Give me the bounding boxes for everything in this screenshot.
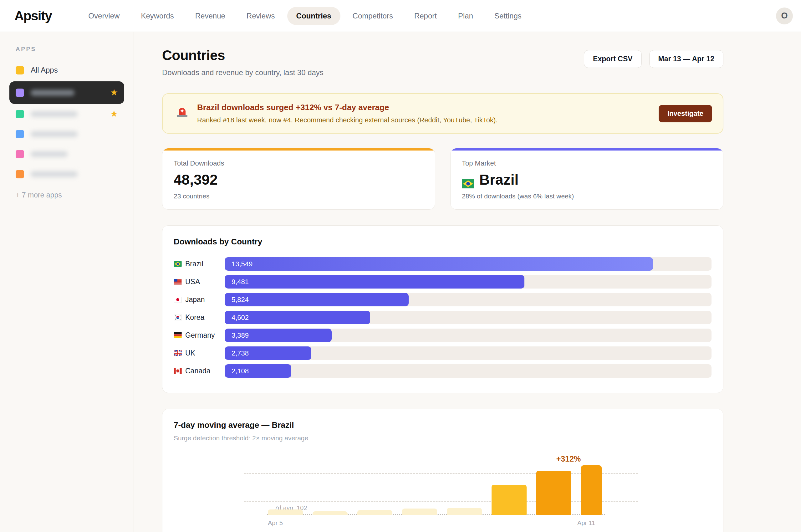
main-content: Countries Downloads and revenue by count…: [134, 32, 801, 532]
sidebar-item-all-apps[interactable]: All Apps: [9, 61, 124, 79]
bar-track: 2,738: [225, 346, 711, 360]
investigate-button[interactable]: Investigate: [659, 105, 712, 122]
sidebar: APPS All Apps ★★ + 7 more apps: [0, 32, 134, 532]
app-color-swatch: [16, 150, 24, 158]
country-row-japan: Japan5,824: [174, 293, 711, 306]
country-label: Brazil: [174, 260, 225, 268]
nav-item-plan[interactable]: Plan: [449, 7, 482, 25]
brand-logo: Apsity: [14, 8, 52, 23]
country-row-canada: Canada2,108: [174, 364, 711, 378]
more-apps-link[interactable]: + 7 more apps: [16, 191, 134, 200]
app-name-redacted: [31, 90, 74, 96]
ma-bar-1-base: [268, 510, 303, 515]
flag-br-icon: [174, 261, 182, 267]
stat-value: 48,392: [174, 171, 424, 188]
flag-jp-icon: [174, 297, 182, 303]
all-apps-color-swatch: [16, 66, 24, 75]
app-name-redacted: [31, 131, 78, 137]
sidebar-item-app-1-redacted[interactable]: ★: [9, 81, 124, 104]
stat-label: Top Market: [462, 159, 712, 167]
nav-item-competitors[interactable]: Competitors: [344, 7, 402, 25]
nav-item-settings[interactable]: Settings: [485, 7, 531, 25]
all-apps-label: All Apps: [31, 66, 58, 75]
sidebar-item-app-4-redacted[interactable]: [9, 145, 124, 163]
stat-value: Brazil: [462, 171, 712, 188]
bar-value-label: 2,108: [225, 367, 249, 375]
nav-item-countries[interactable]: Countries: [287, 7, 340, 25]
nav-item-report[interactable]: Report: [405, 7, 446, 25]
country-row-germany: Germany3,389: [174, 328, 711, 342]
stat-accent-bar: [451, 148, 723, 151]
stat-card-top-market: Top Market Brazil 28% of downloads (was …: [450, 148, 723, 210]
moving-average-chart: 7d avg: 102 +312% Apr 5 Apr 11: [174, 454, 711, 531]
chart-subtitle: Surge detection threshold: 2× moving ave…: [174, 434, 711, 442]
bar-track: 2,108: [225, 364, 711, 378]
country-row-uk: UK2,738: [174, 346, 711, 360]
surge-alert-banner: Brazil downloads surged +312% vs 7-day a…: [162, 93, 723, 134]
flag-us-icon: [174, 279, 182, 285]
alert-title: Brazil downloads surged +312% vs 7-day a…: [197, 103, 497, 112]
stat-label: Total Downloads: [174, 159, 424, 167]
page-title: Countries: [162, 48, 324, 63]
app-list: All Apps ★★: [0, 61, 134, 183]
gridline-upper: [244, 473, 638, 474]
ma-bar-2-base: [312, 511, 348, 515]
flag-br-icon: [462, 175, 474, 184]
downloads-by-country-card: Downloads by Country Brazil13,549USA9,48…: [162, 225, 723, 393]
bar-value-label: 9,481: [225, 278, 249, 286]
nav-item-overview[interactable]: Overview: [79, 7, 129, 25]
x-axis-label-left: Apr 5: [268, 519, 283, 527]
gridline-threshold: [244, 501, 638, 502]
country-row-usa: USA9,481: [174, 275, 711, 288]
page-header: Countries Downloads and revenue by count…: [162, 48, 723, 77]
moving-average-card: 7-day moving average — Brazil Surge dete…: [162, 409, 723, 532]
sidebar-item-app-5-redacted[interactable]: [9, 165, 124, 183]
x-axis-label-right: Apr 11: [577, 519, 595, 527]
header-actions: Export CSV Mar 13 — Apr 12: [584, 48, 723, 68]
country-label: USA: [174, 278, 225, 286]
date-range-button[interactable]: Mar 13 — Apr 12: [649, 50, 723, 68]
top-nav: Apsity OverviewKeywordsRevenueReviewsCou…: [0, 0, 801, 32]
ma-bar-7-surge: [536, 471, 571, 515]
app-color-swatch: [16, 130, 24, 138]
bar-fill-germany: 3,389: [225, 328, 332, 342]
bar-fill-uk: 2,738: [225, 346, 311, 360]
export-csv-button[interactable]: Export CSV: [584, 50, 642, 68]
nav-item-reviews[interactable]: Reviews: [237, 7, 284, 25]
stat-accent-bar: [163, 148, 435, 151]
alert-description: Ranked #18 last week, now #4. Recommend …: [197, 116, 497, 124]
ma-bar-5-base: [447, 508, 482, 515]
nav-item-keywords[interactable]: Keywords: [132, 7, 183, 25]
bar-fill-korea: 4,602: [225, 311, 370, 324]
siren-icon: [175, 104, 189, 118]
country-name: USA: [185, 278, 200, 286]
bar-value-label: 5,824: [225, 296, 249, 304]
page-subtitle: Downloads and revenue by country, last 3…: [162, 68, 324, 77]
country-row-brazil: Brazil13,549: [174, 257, 711, 271]
country-name: Brazil: [185, 260, 203, 268]
country-name: Germany: [185, 331, 215, 340]
sidebar-item-app-3-redacted[interactable]: [9, 125, 124, 143]
avatar[interactable]: O: [776, 7, 793, 24]
stat-subtext: 28% of downloads (was 6% last week): [462, 192, 712, 200]
bar-track: 5,824: [225, 293, 711, 306]
app-color-swatch: [16, 170, 24, 178]
country-name: UK: [185, 349, 195, 357]
country-name: Japan: [185, 296, 205, 304]
stats-row: Total Downloads 48,392 23 countries Top …: [162, 148, 723, 210]
sidebar-item-app-2-redacted[interactable]: ★: [9, 105, 124, 123]
bar-value-label: 3,389: [225, 331, 249, 340]
bar-value-label: 4,602: [225, 314, 249, 322]
country-label: Canada: [174, 367, 225, 375]
nav-item-revenue[interactable]: Revenue: [186, 7, 234, 25]
stat-subtext: 23 countries: [174, 192, 424, 200]
alert-body: Brazil downloads surged +312% vs 7-day a…: [197, 103, 497, 124]
country-label: Japan: [174, 296, 225, 304]
bar-fill-japan: 5,824: [225, 293, 408, 306]
app-name-redacted: [31, 171, 78, 177]
page-title-block: Countries Downloads and revenue by count…: [162, 48, 324, 77]
surge-annotation: +312%: [556, 454, 581, 463]
ma-bar-8-surge: [581, 466, 602, 515]
chart-title: Downloads by Country: [174, 237, 711, 247]
flag-kr-icon: [174, 315, 182, 320]
